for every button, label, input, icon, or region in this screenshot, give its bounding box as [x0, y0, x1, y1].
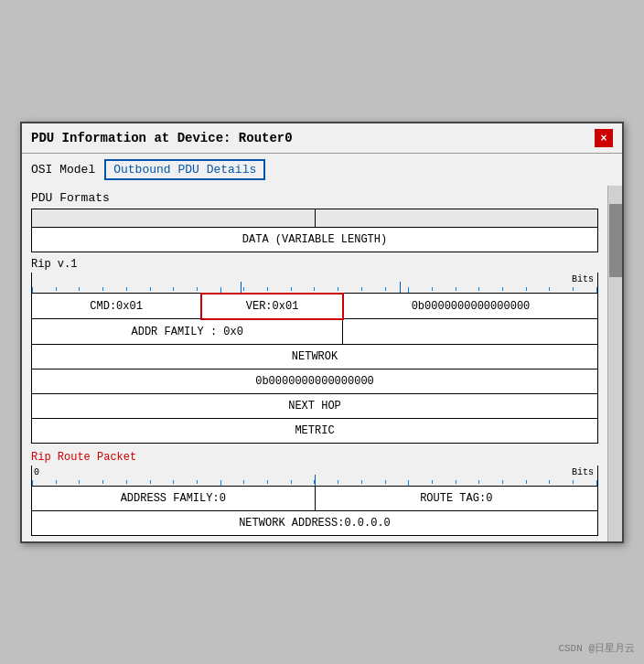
cmd-cell: CMD:0x01	[32, 294, 202, 319]
close-button[interactable]: ×	[595, 129, 613, 147]
ruler-bits: Bits	[572, 274, 594, 284]
rip-row-2: ADDR FAMILY : 0x0	[32, 319, 598, 345]
rip-row-4: 0b0000000000000000	[32, 369, 598, 393]
address-family-cell: ADDRESS FAMILY:0	[32, 486, 316, 510]
main-content: PDU Formats DATA (VARIABLE LENGTH) Rip v…	[22, 186, 607, 541]
network-address-cell: NETWORK ADDRESS:0.0.0.0	[32, 510, 598, 535]
zero-cell-2	[343, 319, 598, 345]
route-tag-cell: ROUTE TAG:0	[315, 486, 598, 510]
main-window: PDU Information at Device: Router0 × OSI…	[20, 122, 624, 543]
data-variable-row	[32, 209, 598, 227]
rip-row-3: NETWROK	[32, 344, 598, 369]
ver-cell: VER:0x01	[201, 294, 343, 319]
data-variable-top-right	[315, 209, 598, 227]
netwrok-cell: NETWROK	[32, 344, 598, 369]
outbound-pdu-tab[interactable]: Outbound PDU Details	[104, 159, 265, 180]
data-variable-cell: DATA (VARIABLE LENGTH)	[32, 227, 598, 252]
rip-v1-table: CMD:0x01 VER:0x01 0b0000000000000000 ADD…	[31, 293, 598, 444]
rip-row-1: CMD:0x01 VER:0x01 0b0000000000000000	[32, 294, 598, 319]
osi-model-label: OSI Model	[31, 163, 95, 177]
watermark: CSDN @日星月云	[558, 641, 635, 655]
zero-cell-1: 0b0000000000000000	[343, 294, 598, 319]
metric-cell: METRIC	[32, 418, 598, 443]
next-hop-cell: NEXT HOP	[32, 393, 598, 418]
rip-ruler: 0 8 16 Bits	[31, 273, 598, 293]
rip-route-ruler: 0 16 Bits	[31, 466, 598, 486]
content-area: PDU Formats DATA (VARIABLE LENGTH) Rip v…	[22, 186, 622, 541]
addr-family-cell: ADDR FAMILY : 0x0	[32, 319, 343, 345]
rip-route-ruler-start: 0	[34, 467, 39, 477]
rip-v1-label: Rip v.1	[31, 258, 598, 271]
rip-route-row-1: ADDRESS FAMILY:0 ROUTE TAG:0	[32, 486, 598, 510]
rip-route-table: ADDRESS FAMILY:0 ROUTE TAG:0 NETWORK ADD…	[31, 486, 598, 536]
window-title: PDU Information at Device: Router0	[31, 131, 293, 145]
rip-row-6: METRIC	[32, 418, 598, 443]
rip-row-5: NEXT HOP	[32, 393, 598, 418]
scrollbar-thumb[interactable]	[609, 204, 622, 277]
rip-route-packet-label: Rip Route Packet	[31, 451, 598, 464]
title-bar: PDU Information at Device: Router0 ×	[22, 123, 622, 154]
pdu-formats-label: PDU Formats	[31, 191, 598, 205]
scrollbar[interactable]	[607, 186, 622, 541]
rip-route-ruler-bits: Bits	[572, 467, 594, 477]
rip-route-row-2: NETWORK ADDRESS:0.0.0.0	[32, 510, 598, 535]
tab-bar: OSI Model Outbound PDU Details	[22, 154, 622, 186]
data-variable-top-left	[32, 209, 316, 227]
data-label-row: DATA (VARIABLE LENGTH)	[32, 227, 598, 252]
data-table: DATA (VARIABLE LENGTH)	[31, 209, 598, 252]
zero-long-cell: 0b0000000000000000	[32, 369, 598, 393]
